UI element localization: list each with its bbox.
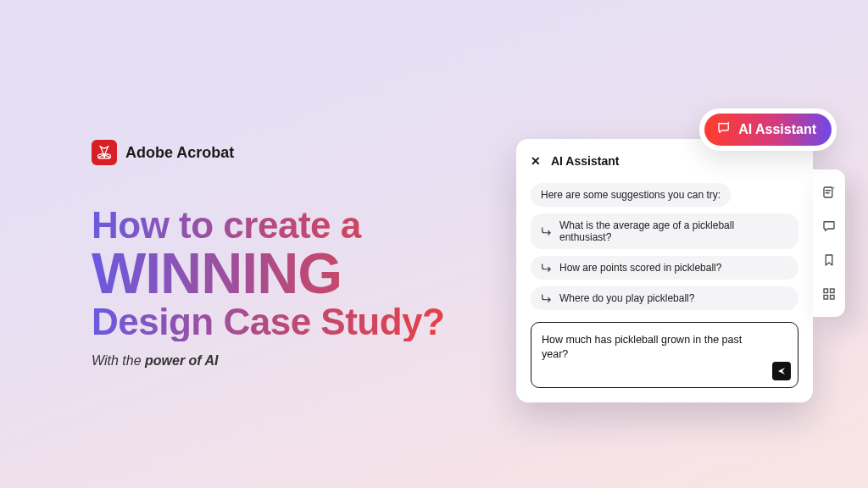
reply-arrow-icon (541, 263, 553, 273)
grid-icon[interactable] (821, 286, 837, 302)
suggestions-intro: Here are some suggestions you can try: (531, 183, 731, 207)
svg-rect-4 (831, 296, 835, 300)
headline-line-1: How to create a (92, 206, 465, 245)
svg-rect-3 (824, 296, 828, 300)
ai-assistant-pill[interactable]: AI Assistant (699, 108, 837, 151)
reply-arrow-icon (541, 293, 553, 303)
suggestions-block: Here are some suggestions you can try: W… (531, 183, 798, 310)
reply-arrow-icon (541, 226, 553, 236)
prompt-input[interactable]: How much has pickleball grown in the pas… (531, 322, 798, 388)
assistant-card: ✕ AI Assistant Here are some suggestions… (516, 139, 813, 402)
note-sparkle-icon[interactable] (821, 185, 837, 200)
subtitle: With the power of AI (92, 353, 465, 369)
headline: How to create a WINNING Design Case Stud… (92, 206, 465, 341)
brand-name: Adobe Acrobat (125, 144, 234, 162)
chat-sparkle-icon (716, 120, 732, 139)
acrobat-logo-icon (92, 140, 117, 165)
assistant-title: AI Assistant (551, 154, 619, 168)
svg-rect-2 (831, 289, 835, 293)
subtitle-prefix: With the (92, 353, 145, 368)
assistant-panel-group: AI Assistant ✕ AI Assistant Here are som… (516, 139, 813, 402)
suggestion-list: What is the average age of a pickleball … (531, 214, 798, 310)
bookmark-icon[interactable] (821, 252, 837, 268)
chat-icon[interactable] (821, 219, 837, 234)
brand: Adobe Acrobat (92, 140, 465, 165)
send-button[interactable] (772, 362, 791, 380)
headline-line-2: WINNING (92, 243, 465, 303)
ai-pill-label: AI Assistant (738, 122, 816, 137)
suggestion-text: Where do you play pickleball? (559, 292, 694, 304)
svg-rect-0 (824, 187, 832, 197)
headline-line-3: Design Case Study? (92, 302, 465, 341)
close-icon[interactable]: ✕ (531, 154, 541, 168)
side-toolbar (813, 169, 845, 317)
suggestion-item[interactable]: Where do you play pickleball? (531, 286, 798, 310)
suggestion-item[interactable]: How are points scored in pickleball? (531, 256, 798, 280)
suggestion-item[interactable]: What is the average age of a pickleball … (531, 214, 798, 249)
prompt-text: How much has pickleball grown in the pas… (542, 334, 742, 360)
suggestion-text: What is the average age of a pickleball … (559, 219, 788, 243)
headline-block: Adobe Acrobat How to create a WINNING De… (92, 140, 465, 369)
suggestion-text: How are points scored in pickleball? (559, 262, 721, 274)
assistant-header: ✕ AI Assistant (531, 154, 798, 168)
subtitle-emphasis: power of AI (145, 353, 219, 368)
svg-rect-1 (824, 289, 828, 293)
